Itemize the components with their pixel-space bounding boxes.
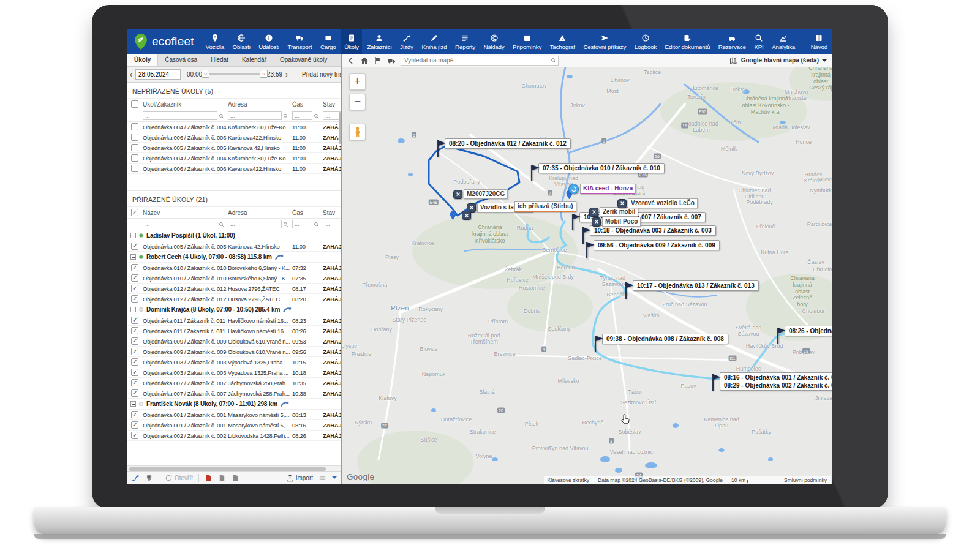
table-row[interactable]: Objednávka 004 / Zákazník č. 004Košumber… bbox=[127, 153, 341, 164]
status-link[interactable]: ZAHÁJIT bbox=[323, 296, 341, 303]
row-checkbox[interactable] bbox=[131, 317, 138, 324]
row-checkbox[interactable] bbox=[131, 165, 138, 172]
search-icon[interactable] bbox=[551, 58, 557, 64]
column-header[interactable]: Stav bbox=[323, 101, 341, 108]
nav-item-logbook[interactable]: Logbook bbox=[631, 29, 660, 54]
vehicle-marker[interactable]: Mobil Poco bbox=[592, 217, 641, 227]
magnifier-icon[interactable] bbox=[219, 113, 224, 119]
driver-group-header[interactable]: Ladislav Pospíšil (1 Úkol, 11:00) bbox=[127, 230, 341, 241]
status-link[interactable]: ZAHÁJIT bbox=[323, 285, 341, 292]
prev-day-button[interactable]: ‹ bbox=[130, 70, 132, 79]
table-row[interactable]: Objednávka 006 / Zákazník č. 006Kavánova… bbox=[127, 132, 341, 143]
export-pdf-icon[interactable] bbox=[205, 474, 213, 482]
status-link[interactable]: ZAHÁJIT bbox=[323, 275, 341, 282]
next-day-button[interactable]: › bbox=[285, 70, 288, 79]
nav-item-j-zdy[interactable]: Jízdy bbox=[397, 29, 417, 54]
back-icon[interactable] bbox=[347, 56, 355, 65]
row-checkbox[interactable] bbox=[131, 243, 138, 250]
filter-input[interactable] bbox=[228, 111, 282, 120]
more-dropdown-icon[interactable] bbox=[332, 476, 337, 481]
table-row[interactable]: Objednávka 011 / Zákazník č. 011Havlíčko… bbox=[127, 315, 341, 326]
select-all-checkbox[interactable] bbox=[131, 100, 138, 108]
nav-item-reporty[interactable]: Reporty bbox=[452, 29, 478, 54]
table-row[interactable]: Objednávka 012 / Zákazník č. 012Husova 2… bbox=[127, 294, 341, 304]
map-flag-marker[interactable]: 08:20 - Objednávka 012 / Zákazník č. 012 bbox=[437, 140, 571, 157]
table-row[interactable]: Objednávka 003 / Zákazník č. 003Výpadová… bbox=[127, 367, 341, 378]
table-row[interactable]: Objednávka 007 / Zákazník č. 007Jáchymov… bbox=[127, 378, 341, 388]
nav-item-rezervace[interactable]: Rezervace bbox=[715, 29, 749, 54]
nav-item-kpi[interactable]: KPI bbox=[751, 29, 766, 54]
add-new-button[interactable]: Přidat nový Ins bbox=[296, 71, 341, 78]
tab-kalend-[interactable]: Kalendář bbox=[235, 54, 273, 66]
table-row[interactable]: Objednávka 003 / Zákazník č. 003Výpadová… bbox=[127, 357, 341, 367]
status-link[interactable]: ZAHÁJIT bbox=[323, 317, 341, 324]
status-link[interactable]: ZAHÁJIT bbox=[323, 165, 341, 172]
table-row[interactable]: Objednávka 012 / Zákazník č. 012Husova 2… bbox=[127, 284, 341, 294]
table-row[interactable]: Objednávka 001 / Zákazník č. 001Masaryko… bbox=[127, 410, 341, 420]
date-input[interactable] bbox=[135, 69, 181, 80]
open-button[interactable]: Otevřít bbox=[165, 474, 193, 482]
route-tool-icon[interactable] bbox=[132, 474, 140, 482]
flag-tool-icon[interactable] bbox=[374, 56, 382, 65]
magnifier-icon[interactable] bbox=[219, 222, 224, 227]
route-curve-icon[interactable] bbox=[283, 306, 292, 313]
table-row[interactable]: Objednávka 010 / Zákazník č. 010Borovské… bbox=[127, 273, 341, 284]
nav-item-n-vod[interactable]: Návod bbox=[808, 29, 831, 54]
nav-item-vozidla[interactable]: Vozidla bbox=[203, 29, 227, 54]
vehicle-marker[interactable]: KIA ceed - Honza bbox=[568, 184, 636, 194]
nav-item-analytika[interactable]: Analytika bbox=[769, 29, 798, 54]
row-checkbox[interactable] bbox=[131, 348, 138, 355]
nav-item-z-kazn-ci[interactable]: Zákazníci bbox=[364, 29, 394, 54]
table-row[interactable]: Objednávka 004 / Zákazník č. 004Košumber… bbox=[127, 122, 341, 132]
row-checkbox[interactable] bbox=[131, 154, 138, 162]
nav-item-editor-dokument-[interactable]: Editor dokumentů bbox=[662, 29, 714, 54]
tab--koly[interactable]: Úkoly bbox=[127, 54, 158, 66]
row-checkbox[interactable] bbox=[131, 411, 138, 418]
vehicle-marker[interactable]: Zerik mobil bbox=[589, 207, 638, 217]
map-flag-marker[interactable]: 07:35 - Objednávka 010 / Zákazník č. 010 bbox=[530, 164, 665, 181]
column-header[interactable]: Čas bbox=[292, 209, 323, 216]
nav-item--koly[interactable]: Úkoly bbox=[341, 29, 362, 54]
row-checkbox[interactable] bbox=[131, 327, 138, 334]
vehicle-marker[interactable]: Vzorové vozidlo LeČo bbox=[617, 198, 698, 208]
column-header[interactable]: Adresa bbox=[228, 209, 292, 216]
time-range-slider[interactable]: ‹› ‹› bbox=[205, 73, 264, 75]
slider-handle-left[interactable]: ‹› bbox=[202, 70, 209, 78]
driver-group-header[interactable]: Dominik Krajča (8 Úkoly, 07:00 - 10:50) … bbox=[127, 304, 341, 315]
nav-item-transport[interactable]: Transport bbox=[285, 29, 315, 54]
row-checkbox[interactable] bbox=[131, 123, 138, 130]
nav-item-p-ipom-nky[interactable]: Připomínky bbox=[510, 29, 545, 54]
row-checkbox[interactable] bbox=[131, 274, 138, 282]
map-flag-marker[interactable]: 09:38 - Objednávka 008 / Zákazník č. 008 bbox=[594, 335, 728, 352]
status-link[interactable]: ZAHÁJIT bbox=[323, 265, 341, 271]
table-row[interactable]: Objednávka 005 / Zákazník č. 005Kavánova… bbox=[127, 241, 341, 252]
filter-input[interactable] bbox=[143, 220, 217, 228]
brand-logo[interactable]: ecofleet bbox=[127, 29, 202, 54]
tab-hledat[interactable]: Hledat bbox=[204, 54, 235, 66]
column-header[interactable]: Úkol/Zákazník bbox=[143, 101, 228, 108]
nav-item-ud-losti[interactable]: Události bbox=[255, 29, 282, 54]
slider-handle-right[interactable]: ‹› bbox=[260, 70, 268, 78]
status-link[interactable]: ZAHÁJIT bbox=[323, 380, 341, 386]
zoom-in-button[interactable]: + bbox=[349, 73, 366, 90]
map-flag-marker[interactable]: 09:56 - Objednávka 009 / Zákazník č. 009 bbox=[586, 241, 720, 258]
filter-input[interactable] bbox=[228, 220, 282, 228]
nav-item-kniha-j-zd[interactable]: Kniha jízd bbox=[418, 29, 450, 54]
nav-item-n-klady[interactable]: Náklady bbox=[481, 29, 508, 54]
driver-group-header[interactable]: František Novák (8 Úkoly, 07:00 - 11:01)… bbox=[127, 399, 341, 410]
select-all-checkbox[interactable] bbox=[131, 209, 138, 216]
status-link[interactable]: ZAHÁJIT bbox=[323, 338, 341, 345]
status-link[interactable]: ZAHÁJIT bbox=[323, 145, 341, 151]
table-row[interactable]: Objednávka 009 / Zákazník č. 009Obloukov… bbox=[127, 336, 341, 347]
collapse-icon[interactable] bbox=[130, 254, 136, 260]
status-link[interactable]: ZAHÁJIT bbox=[323, 412, 341, 418]
row-checkbox[interactable] bbox=[131, 337, 138, 345]
table-row[interactable]: Objednávka 002 / Zákazník č. 002Libkovod… bbox=[127, 431, 341, 441]
driver-group-header[interactable]: Robert Čech (4 Úkoly, 07:00 - 08:58) 115… bbox=[127, 252, 341, 263]
terms-link[interactable]: Smluvní podmínky bbox=[784, 477, 827, 483]
row-checkbox[interactable] bbox=[131, 421, 138, 429]
pegman-button[interactable] bbox=[349, 124, 366, 140]
status-link[interactable]: ZAHÁJIT bbox=[323, 369, 341, 376]
row-checkbox[interactable] bbox=[131, 285, 138, 292]
status-link[interactable]: ZAHÁJIT bbox=[323, 359, 341, 366]
